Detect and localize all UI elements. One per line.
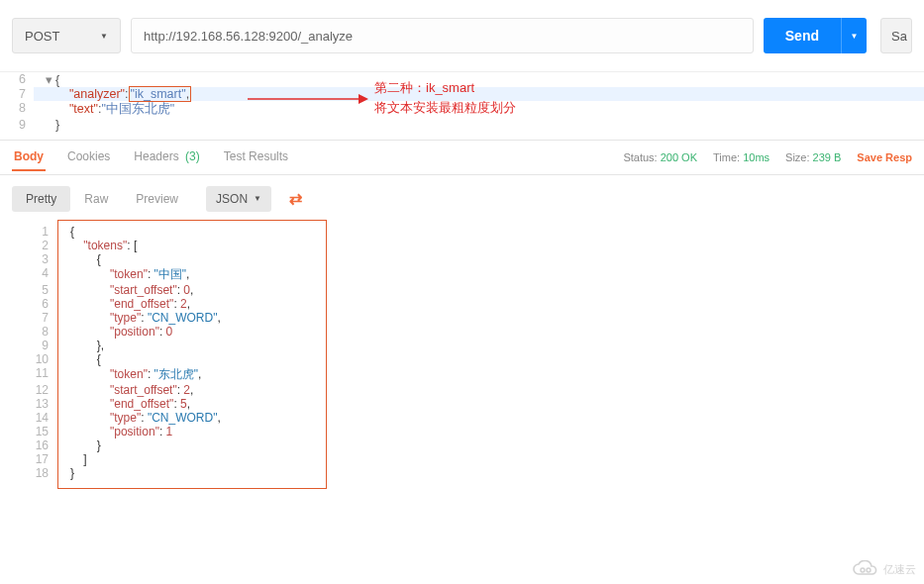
response-tabs: Body Cookies Headers (3) Test Results (12, 144, 290, 171)
response-body-wrap: 1{ 2 "tokens": [ 3 { 4 "token": "中国", 5 … (57, 220, 327, 489)
chevron-down-icon: ▼ (851, 32, 859, 41)
response-meta: Status: 200 OK Time: 10ms Size: 239 B Sa… (623, 151, 912, 163)
line-number: 6 (0, 72, 34, 87)
code-text: "position": 1 (58, 425, 172, 438)
line-number: 9 (0, 118, 34, 132)
time-label: Time: (713, 151, 740, 163)
line-number: 18 (15, 466, 58, 480)
response-body[interactable]: 1{ 2 "tokens": [ 3 { 4 "token": "中国", 5 … (15, 225, 326, 480)
send-button[interactable]: Send (764, 18, 841, 53)
line-number: 12 (15, 383, 58, 397)
svg-marker-1 (359, 94, 368, 104)
save-response-button[interactable]: Save Resp (857, 151, 912, 163)
line-number: 5 (15, 283, 58, 297)
line-number: 8 (15, 325, 58, 339)
code-text: }, (58, 339, 104, 352)
watermark: 亿速云 (852, 560, 916, 578)
code-text: "end_offset": 2, (58, 297, 190, 311)
code-text: { (58, 352, 101, 366)
line-number: 6 (15, 297, 58, 311)
url-input[interactable] (131, 18, 754, 53)
size-value: 239 B (813, 151, 842, 163)
format-pretty[interactable]: Pretty (12, 186, 70, 212)
time-value: 10ms (743, 151, 770, 163)
chevron-down-icon: ▼ (254, 194, 261, 203)
line-number: 16 (15, 438, 58, 452)
format-preview[interactable]: Preview (122, 186, 192, 212)
save-button[interactable]: Sa (880, 18, 912, 53)
response-header: Body Cookies Headers (3) Test Results St… (0, 140, 924, 175)
annotation-line: 将文本安装最粗粒度划分 (374, 98, 516, 118)
svg-point-2 (861, 568, 865, 572)
code-text: "tokens": [ (58, 239, 137, 252)
code-text: } (58, 466, 74, 480)
request-body-editor[interactable]: 6▾{ 7 "analyzer":"ik_smart", 8 "text":"中… (0, 72, 924, 140)
code-text: } (55, 118, 59, 132)
code-text: "position": 0 (58, 325, 172, 339)
line-number: 10 (15, 352, 58, 366)
status-label: Status: (623, 151, 657, 163)
tab-body[interactable]: Body (12, 144, 46, 171)
svg-point-3 (867, 568, 871, 572)
method-value: POST (25, 29, 59, 44)
format-raw[interactable]: Raw (70, 186, 122, 212)
line-number: 11 (15, 366, 58, 383)
annotation-text: 第二种：ik_smart 将文本安装最粗粒度划分 (374, 78, 516, 117)
code-text: "type": "CN_WORD", (58, 311, 221, 325)
chevron-down-icon: ▼ (100, 32, 108, 41)
json-key: "text" (69, 102, 98, 116)
code-text: "type": "CN_WORD", (58, 411, 221, 425)
line-number: 14 (15, 411, 58, 425)
line-number: 15 (15, 425, 58, 438)
annotation-arrow-icon (248, 93, 368, 105)
send-dropdown[interactable]: ▼ (841, 18, 867, 53)
line-number: 7 (15, 311, 58, 325)
tab-headers-label: Headers (134, 149, 178, 163)
tab-headers[interactable]: Headers (3) (132, 144, 201, 171)
line-number: 1 (15, 225, 58, 239)
json-key: "analyzer" (69, 87, 125, 101)
code-text: ] (58, 452, 87, 466)
line-number: 8 (0, 101, 34, 118)
code-text: } (58, 438, 101, 452)
headers-count: (3) (185, 149, 200, 163)
tab-test-results[interactable]: Test Results (222, 144, 290, 171)
line-number: 17 (15, 452, 58, 466)
json-value: "ik_smart" (131, 87, 186, 101)
cloud-icon (852, 560, 879, 578)
line-number: 9 (15, 339, 58, 352)
send-button-group: Send ▼ (764, 18, 867, 53)
line-number: 2 (15, 239, 58, 252)
line-number: 13 (15, 397, 58, 411)
code-text: "token": "中国", (58, 266, 189, 283)
response-toolbar: Pretty Raw Preview JSON▼ ⇄ (0, 175, 924, 218)
language-select[interactable]: JSON▼ (206, 186, 271, 212)
annotation-line: 第二种：ik_smart (374, 78, 516, 98)
tab-cookies[interactable]: Cookies (65, 144, 112, 171)
method-select[interactable]: POST ▼ (12, 18, 121, 53)
watermark-text: 亿速云 (883, 562, 916, 577)
line-number: 4 (15, 266, 58, 283)
code-text: { (58, 252, 101, 266)
code-text: { (55, 73, 59, 87)
code-text: "end_offset": 5, (58, 397, 190, 411)
size-label: Size: (785, 151, 809, 163)
status-value: 200 OK (661, 151, 697, 163)
code-text: "token": "东北虎", (58, 366, 201, 383)
code-text: { (58, 225, 74, 239)
request-row: POST ▼ Send ▼ Sa (0, 0, 924, 72)
line-number: 7 (0, 87, 34, 101)
json-value: "中国东北虎" (101, 102, 174, 116)
language-value: JSON (216, 192, 248, 206)
code-text: "start_offset": 2, (58, 383, 193, 397)
fold-icon[interactable]: ▾ (46, 72, 53, 87)
line-number: 3 (15, 252, 58, 266)
wrap-lines-icon[interactable]: ⇄ (281, 185, 310, 212)
code-text: "start_offset": 0, (58, 283, 193, 297)
